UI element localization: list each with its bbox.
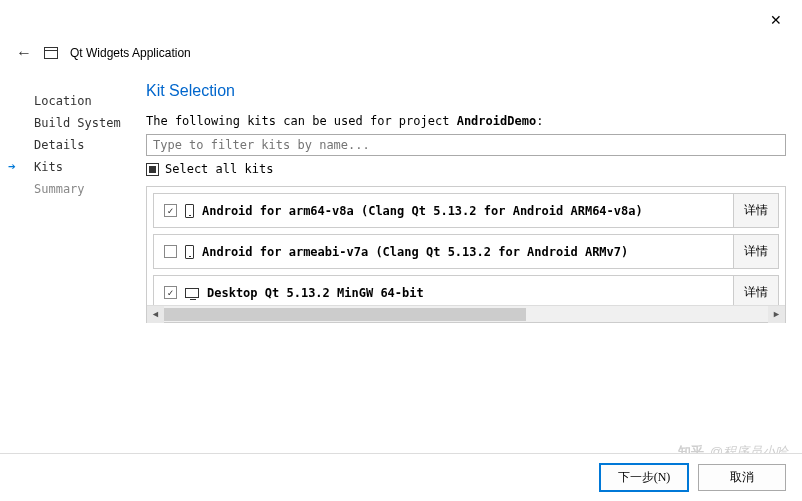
kit-checkbox[interactable] (164, 286, 177, 299)
kit-checkbox[interactable] (164, 204, 177, 217)
intro-suffix: : (536, 114, 543, 128)
scroll-left-icon[interactable]: ◄ (147, 306, 164, 323)
intro-text: The following kits can be used for proje… (146, 114, 786, 128)
kit-row[interactable]: Android for arm64-v8a (Clang Qt 5.13.2 f… (153, 193, 779, 228)
kit-filter-input[interactable] (146, 134, 786, 156)
kit-label: Android for armeabi-v7a (Clang Qt 5.13.2… (202, 245, 628, 259)
phone-icon (185, 204, 194, 218)
monitor-icon (185, 288, 199, 298)
horizontal-scrollbar[interactable]: ◄ ► (147, 305, 785, 322)
select-all-label: Select all kits (165, 162, 273, 176)
sidebar-item-build-system[interactable]: Build System (16, 112, 126, 134)
kits-list: Android for arm64-v8a (Clang Qt 5.13.2 f… (146, 186, 786, 323)
select-all-checkbox[interactable] (146, 163, 159, 176)
kit-label: Desktop Qt 5.13.2 MinGW 64-bit (207, 286, 424, 300)
scroll-track[interactable] (164, 306, 768, 323)
next-button[interactable]: 下一步(N) (600, 464, 688, 491)
sidebar-item-location[interactable]: Location (16, 90, 126, 112)
sidebar-item-kits[interactable]: ➔ Kits (16, 156, 126, 178)
sidebar-item-summary[interactable]: Summary (16, 178, 126, 200)
intro-prefix: The following kits can be used for proje… (146, 114, 457, 128)
kit-details-button[interactable]: 详情 (733, 235, 778, 268)
project-name: AndroidDemo (457, 114, 536, 128)
scroll-thumb[interactable] (164, 308, 526, 321)
kit-details-button[interactable]: 详情 (733, 194, 778, 227)
window-icon (44, 47, 58, 59)
kit-checkbox[interactable] (164, 245, 177, 258)
cancel-button[interactable]: 取消 (698, 464, 786, 491)
back-button[interactable]: ← (16, 44, 32, 62)
wizard-sidebar: Location Build System Details ➔ Kits Sum… (16, 74, 126, 323)
kit-row[interactable]: Android for armeabi-v7a (Clang Qt 5.13.2… (153, 234, 779, 269)
scroll-right-icon[interactable]: ► (768, 306, 785, 323)
sidebar-item-label: Kits (34, 160, 63, 174)
kit-label: Android for arm64-v8a (Clang Qt 5.13.2 f… (202, 204, 643, 218)
close-icon[interactable]: ✕ (762, 8, 790, 32)
sidebar-item-details[interactable]: Details (16, 134, 126, 156)
active-step-arrow-icon: ➔ (8, 159, 16, 174)
app-title: Qt Widgets Application (70, 46, 191, 60)
page-title: Kit Selection (146, 82, 786, 100)
phone-icon (185, 245, 194, 259)
